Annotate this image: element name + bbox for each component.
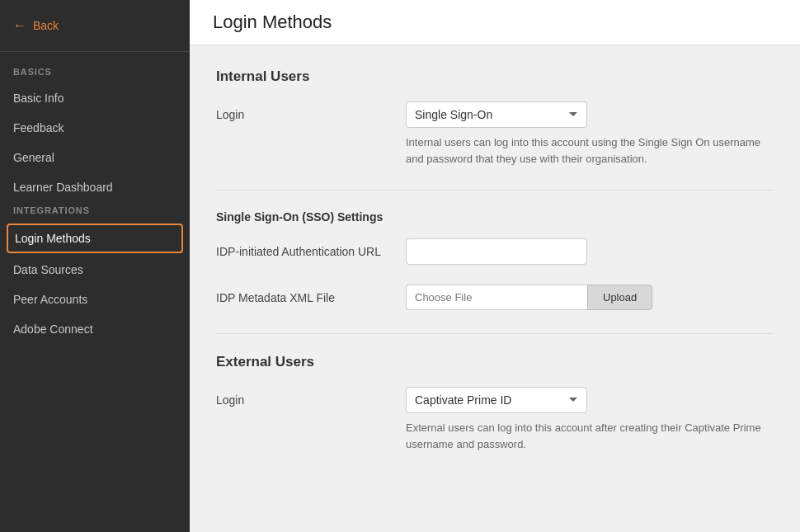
idp-metadata-field: Upload	[406, 285, 774, 310]
sidebar-item-learner-dashboard[interactable]: Learner Dashboard	[0, 172, 190, 202]
external-login-row: Login Captivate Prime ID Single Sign-On …	[216, 387, 774, 452]
sso-settings-heading: Single Sign-On (SSO) Settings	[216, 210, 774, 224]
basics-section-label: BASICS	[0, 52, 190, 83]
external-users-heading: External Users	[216, 354, 774, 370]
external-login-select[interactable]: Captivate Prime ID Single Sign-On	[406, 387, 587, 413]
sso-settings-section: Single Sign-On (SSO) Settings IDP-initia…	[216, 210, 774, 310]
back-button[interactable]: ← Back	[0, 0, 190, 52]
sidebar-item-adobe-connect[interactable]: Adobe Connect	[0, 314, 190, 344]
internal-login-row: Login Single Sign-On Captivate Prime ID …	[216, 101, 774, 167]
sidebar-item-peer-accounts[interactable]: Peer Accounts	[0, 285, 190, 314]
internal-users-heading: Internal Users	[216, 68, 774, 85]
integrations-section-label: INTEGRATIONS	[0, 202, 190, 222]
back-arrow-icon: ←	[13, 18, 26, 33]
file-input-text[interactable]	[406, 285, 587, 310]
sidebar: ← Back BASICS Basic Info Feedback Genera…	[0, 0, 190, 532]
sidebar-item-login-methods[interactable]: Login Methods	[7, 224, 183, 253]
idp-metadata-label: IDP Metadata XML File	[216, 285, 406, 304]
page-header: Login Methods	[190, 0, 800, 45]
external-users-section: External Users Login Captivate Prime ID …	[216, 354, 774, 452]
main-content-area: Login Methods Internal Users Login Singl…	[190, 0, 800, 532]
back-label: Back	[33, 19, 59, 32]
content-body: Internal Users Login Single Sign-On Capt…	[190, 45, 800, 532]
internal-users-section: Internal Users Login Single Sign-On Capt…	[216, 68, 774, 167]
idp-auth-url-input[interactable]	[406, 238, 587, 265]
external-login-description: External users can log into this account…	[406, 420, 774, 452]
sidebar-item-feedback[interactable]: Feedback	[0, 113, 190, 143]
external-login-label: Login	[216, 387, 406, 407]
upload-button[interactable]: Upload	[587, 285, 652, 310]
idp-auth-url-label: IDP-initiated Authentication URL	[216, 238, 406, 258]
sidebar-item-data-sources[interactable]: Data Sources	[0, 255, 190, 285]
idp-auth-url-field	[406, 238, 774, 265]
external-login-field: Captivate Prime ID Single Sign-On Extern…	[406, 387, 774, 452]
internal-login-select[interactable]: Single Sign-On Captivate Prime ID	[406, 101, 587, 128]
section-divider-1	[216, 190, 774, 191]
internal-login-label: Login	[216, 101, 406, 121]
sidebar-item-general[interactable]: General	[0, 143, 190, 172]
sidebar-item-basic-info[interactable]: Basic Info	[0, 83, 190, 113]
idp-metadata-row: IDP Metadata XML File Upload	[216, 285, 774, 310]
file-input-group: Upload	[406, 285, 774, 310]
section-divider-2	[216, 333, 774, 334]
idp-auth-url-row: IDP-initiated Authentication URL	[216, 238, 774, 265]
internal-login-description: Internal users can log into this account…	[406, 134, 774, 167]
internal-login-field: Single Sign-On Captivate Prime ID Intern…	[406, 101, 774, 167]
page-title: Login Methods	[213, 12, 777, 33]
